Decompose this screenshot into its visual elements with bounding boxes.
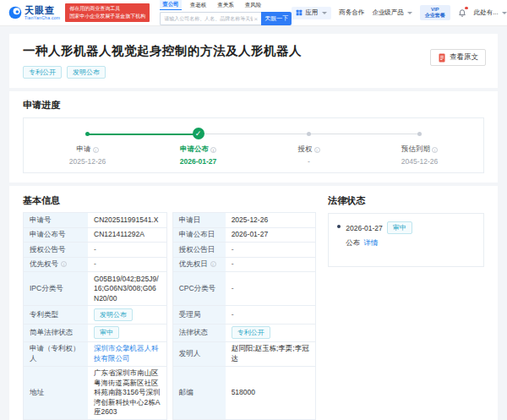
- info-icon[interactable]: i: [61, 261, 67, 267]
- field-value: CN202511991541.X: [88, 213, 166, 226]
- step-label: 申请公布: [180, 145, 209, 155]
- progress-step-apply: 申请i 2025-12-26: [32, 145, 143, 166]
- info-icon[interactable]: i: [210, 147, 216, 153]
- search-tab-risk[interactable]: 查风险: [243, 1, 264, 10]
- promo-badge: 都在用的商业查询工具 国家中小企业发展子基金旗下机构: [65, 3, 150, 23]
- field-label: 申请号: [24, 213, 88, 226]
- pending-review-badge: 审中: [387, 221, 412, 234]
- step-label: 预估到期: [401, 145, 430, 155]
- step-date: 2025-12-26: [32, 157, 143, 166]
- search-tab-boss[interactable]: 查老板: [188, 1, 210, 10]
- table-row: 专利类型发明公布 受理局-: [23, 306, 316, 324]
- user-account-menu[interactable]: 此处有...: [474, 8, 507, 17]
- field-label: 授权公告日: [173, 243, 226, 256]
- document-icon: [438, 53, 446, 63]
- business-cooperation-link[interactable]: 商务合作: [339, 8, 364, 17]
- timeline-dot-expiry: [417, 132, 422, 136]
- section-title-progress: 申请进度: [23, 99, 484, 112]
- info-icon[interactable]: i: [314, 147, 320, 153]
- top-navigation-bar: 天眼查 TianYanCha.com 都在用的商业查询工具 国家中小企业发展子基…: [0, 0, 507, 25]
- progress-step-published: 申请公布i 2026-01-27: [143, 145, 254, 166]
- field-value: -: [226, 272, 316, 305]
- step-label: 授权: [298, 145, 313, 155]
- details-link[interactable]: 详情: [363, 238, 378, 248]
- basic-info-table: 申请号CN202511991541.X 申请日2025-12-26 申请公布号C…: [23, 213, 316, 420]
- legal-status-desc: 公布: [346, 238, 360, 248]
- field-label: 简单法律状态: [24, 325, 88, 341]
- field-value: 2025-12-26: [226, 213, 316, 226]
- simple-legal-status-badge: 审中: [94, 326, 119, 339]
- apps-label: 应用: [305, 8, 318, 17]
- field-value: 专利公开: [226, 325, 316, 341]
- apps-menu[interactable]: 应用: [292, 7, 331, 19]
- step-date: 2026-01-27: [143, 157, 254, 166]
- field-label: 优先权号i: [24, 258, 88, 271]
- field-value: -: [226, 306, 316, 323]
- field-value: -: [226, 243, 316, 256]
- section-title-legal-status: 法律状态: [328, 194, 484, 207]
- inventors-value: 赵同阳;赵玉栋;李栗;李冠达: [226, 342, 316, 366]
- timeline-segment-pending: [199, 134, 309, 134]
- info-icon[interactable]: i: [432, 147, 438, 153]
- vip-plan-label: 企业套餐: [425, 13, 445, 19]
- enterprise-products-menu[interactable]: 企业级产品: [372, 8, 412, 17]
- address-value: 广东省深圳市南山区粤海街道高新区社区科苑南路3156号深圳湾创新科技中心2栋A座…: [88, 367, 166, 419]
- timeline-segment-done: [88, 134, 199, 135]
- search-input[interactable]: 请输入公司名称、人名、品牌名称等关键词 ×: [160, 12, 261, 25]
- progress-step-granted: 授权i -: [254, 145, 364, 166]
- table-row: 授权公告号- 授权公告日-: [23, 243, 316, 257]
- search-tab-company[interactable]: 查公司: [160, 0, 182, 10]
- field-label: 法律状态: [173, 325, 226, 341]
- field-value: 2026-01-27: [226, 228, 316, 242]
- legal-status-panel: 2026-01-27 审中 公布 详情: [328, 213, 484, 267]
- table-row: 地址广东省深圳市南山区粤海街道高新区社区科苑南路3156号深圳湾创新科技中心2栋…: [23, 367, 316, 420]
- page-title: 一种人形机器人视觉起身控制的方法及人形机器人: [23, 43, 484, 59]
- application-progress-card: 申请进度 ✓ 申请i 2025-12-26 申请公布i 2026-01-27: [9, 91, 498, 183]
- table-row: 申请号CN202511991541.X 申请日2025-12-26: [23, 213, 316, 227]
- info-icon[interactable]: i: [93, 147, 99, 153]
- timeline-dot-granted: [307, 132, 311, 136]
- field-label: 邮编: [173, 367, 226, 419]
- field-label: 申请公布号: [24, 228, 88, 242]
- field-label: 申请（专利权）人: [24, 342, 88, 366]
- patent-header-card: 一种人形机器人视觉起身控制的方法及人形机器人 专利公开 发明公布 查看原文: [9, 34, 498, 88]
- search-tabs: 查公司 查老板 查关系 查风险: [160, 0, 292, 10]
- view-original-label: 查看原文: [450, 52, 478, 63]
- header-links: 应用 商务合作 企业级产品 VIP 企业套餐 此处有...: [292, 5, 506, 20]
- section-title-basic-info: 基本信息: [23, 194, 316, 207]
- legal-status-badge: 专利公开: [232, 326, 270, 339]
- search-button[interactable]: 天眼一下: [261, 12, 292, 25]
- chevron-down-icon: [502, 12, 507, 14]
- status-badge-invention-published: 发明公布: [67, 66, 106, 79]
- progress-timeline: ✓ 申请i 2025-12-26 申请公布i 2026-01-27 授权i -: [23, 117, 484, 173]
- enterprise-products-label: 企业级产品: [372, 8, 404, 17]
- timeline-segment-pending: [309, 134, 420, 134]
- field-label: 优先权日i: [173, 258, 226, 271]
- applicant-company-link[interactable]: 深圳市众擎机器人科技有限公司: [94, 344, 161, 363]
- field-value: G05B19/042;B25J9/16;G06N3/008;G06N20/00: [88, 272, 166, 305]
- field-label: 申请日: [173, 213, 226, 226]
- search-area: 查公司 查老板 查关系 查风险 请输入公司名称、人名、品牌名称等关键词 × 天眼…: [160, 0, 292, 25]
- chevron-down-icon: [407, 12, 412, 14]
- table-row: 简单法律状态审中 法律状态专利公开: [23, 325, 316, 342]
- field-value: 发明公布: [88, 306, 166, 323]
- table-row: 申请公布号CN121411292A 申请公布日2026-01-27: [23, 228, 316, 243]
- promo-line1: 都在用的商业查询工具: [69, 5, 145, 13]
- view-original-button[interactable]: 查看原文: [430, 49, 486, 66]
- step-label: 申请: [77, 145, 91, 155]
- search-tab-relation[interactable]: 查关系: [215, 1, 237, 10]
- notification-dot: [465, 7, 468, 10]
- tianyancha-logo[interactable]: 天眼查 TianYanCha.com: [8, 6, 60, 20]
- field-value: CN121411292A: [88, 228, 166, 242]
- vip-plan-badge[interactable]: VIP 企业套餐: [420, 5, 450, 20]
- timeline-check-icon: ✓: [193, 128, 204, 139]
- username: 此处有...: [474, 8, 499, 17]
- timeline-dot-applied: [85, 132, 90, 136]
- status-badge-patent-public: 专利公开: [23, 66, 62, 79]
- legal-status-date: 2026-01-27: [346, 224, 382, 232]
- table-row: IPC分类号G05B19/042;B25J9/16;G06N3/008;G06N…: [23, 272, 316, 306]
- notification-bell-icon[interactable]: [458, 8, 466, 18]
- info-icon[interactable]: i: [210, 261, 216, 267]
- clear-search-icon[interactable]: ×: [254, 15, 259, 23]
- search-placeholder: 请输入公司名称、人名、品牌名称等关键词: [164, 15, 252, 23]
